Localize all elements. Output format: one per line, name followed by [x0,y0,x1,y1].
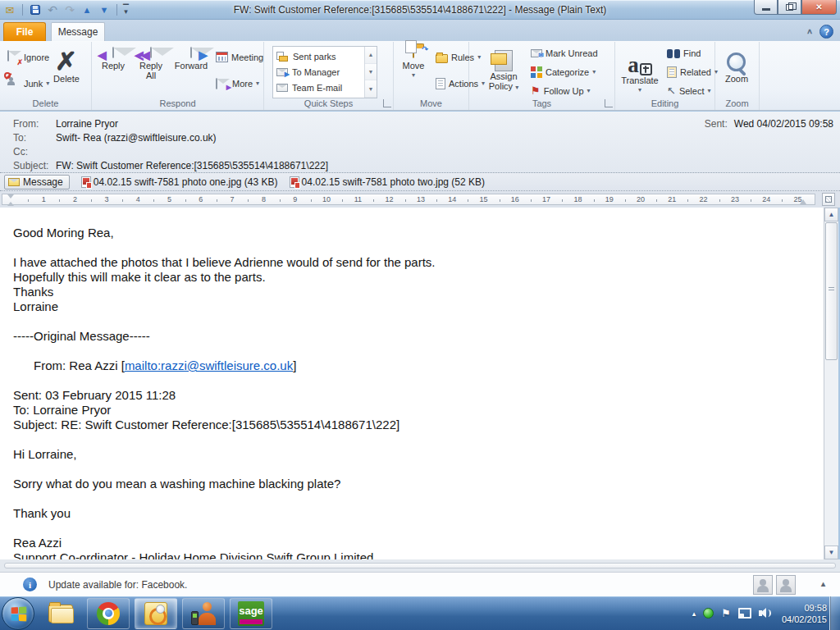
quick-steps-gallery-expand[interactable]: ▼ [365,80,377,98]
body-line: Lorraine [13,299,807,314]
message-body[interactable]: Good Moring Rea, I have attached the pho… [0,208,824,559]
ruler-number: 25 [793,195,801,203]
body-line [13,314,807,329]
attachment-item[interactable]: 04.02.15 swift-7581 photo one.jpg (43 KB… [81,176,278,188]
body-line [13,462,807,477]
quick-step-to-manager[interactable]: ▶ To Manager [276,64,364,80]
redo-button[interactable]: ↷ [63,3,76,16]
ruler-number: 12 [386,195,394,203]
help-button[interactable]: ? [819,25,833,39]
translate-button[interactable]: a Translate ▾ [617,43,663,96]
taskbar-item-explorer[interactable] [39,598,82,629]
reply-button[interactable]: ◀ Reply [95,43,131,96]
body-line: Hi Lorraine, [13,447,807,462]
assign-policy-icon [495,50,513,71]
taskbar-item-outlook[interactable] [135,598,177,629]
assign-policy-button[interactable]: Assign Policy ▾ [484,43,523,96]
scrollbar-thumb[interactable] [825,222,838,360]
quick-steps-dialog-launcher[interactable] [383,99,391,107]
quick-steps-scroll-down[interactable]: ▼ [365,64,377,81]
close-button[interactable]: ✕ [801,0,837,15]
mark-unread-button[interactable]: ✉ Mark Unread [527,44,602,62]
tray-clock[interactable]: 09:58 04/02/2015 [782,602,827,625]
undo-button[interactable]: ↶ [46,3,59,16]
save-button[interactable] [29,3,42,16]
move-button[interactable]: ↷ Move ▾ [395,43,431,96]
update-notice-text[interactable]: Update available for: Facebook. [48,579,187,591]
scroll-down-button[interactable]: ▼ [824,546,838,559]
tags-dialog-launcher[interactable] [605,99,613,107]
body-line [13,521,807,536]
horizontal-ruler[interactable]: 1234567891011121314151617181920212223242… [2,194,815,205]
body-line: Sorry what do you mean a washing machine… [13,477,807,491]
show-desktop-button[interactable] [829,596,840,630]
message-header-pane: From: Lorraine Pryor To: Swift- Rea (raz… [0,112,840,172]
people-pane-expand-button[interactable]: ▴ [821,579,825,588]
delete-button[interactable]: ✗ Delete [46,43,87,96]
minimize-button[interactable] [754,0,778,15]
previous-item-button[interactable]: ▲ [80,3,94,16]
collapse-ribbon-button[interactable]: ∧ [806,27,813,35]
select-button[interactable]: ↖ Select▾ [663,82,722,99]
quick-steps-scroll-up[interactable]: ▲ [365,47,377,64]
ruler-number: 21 [668,195,676,203]
ruler-tick [311,199,312,202]
forward-button[interactable]: ▶ Forward [171,43,212,96]
volume-icon[interactable] [759,608,771,619]
group-label-editing: Editing [615,98,714,108]
zoom-button[interactable]: Zoom [716,43,757,96]
subject-row: Subject: FW: Swift Customer Reference:[3… [0,158,840,172]
attachment-bar: Message 04.02.15 swift-7581 photo one.jp… [0,172,840,191]
info-icon: i [23,578,37,591]
taskbar-item-chrome[interactable] [87,598,130,629]
taskbar-item-sage[interactable]: sage [230,598,272,629]
follow-up-button[interactable]: ⚑ Follow Up▾ [527,82,602,99]
ruler-number: 6 [199,195,203,203]
taskbar-item-contacts[interactable] [182,598,225,629]
ruler-toggle-button[interactable] [822,193,835,206]
avatar[interactable] [753,575,773,595]
related-button[interactable]: Related▾ [663,63,722,80]
mailto-link[interactable]: mailto:razzi@swiftleisure.co.uk [125,358,293,372]
scrollbar-track[interactable] [824,361,838,546]
scroll-up-button[interactable]: ▲ [824,208,838,221]
ribbon-group-respond: ◀ Reply ◀◀ Reply All ▶ Forward Meeting ▶… [92,42,264,110]
ribbon-group-zoom: Zoom Zoom [715,42,760,110]
categorize-button[interactable]: Categorize▾ [527,63,602,80]
sent-parks-icon [276,52,289,62]
subject-label: Subject: [0,160,56,171]
more-button[interactable]: ▶ More▾ [212,75,267,92]
junk-icon [7,77,21,90]
avatar[interactable] [776,575,796,595]
window-controls: ✕ [754,0,837,15]
start-button[interactable] [2,597,34,630]
tab-file[interactable]: File [3,22,46,41]
tab-message[interactable]: Message [51,22,105,41]
body-line [13,432,807,447]
to-manager-icon: ▶ [276,68,288,76]
sent-label: Sent: [705,118,728,130]
indent-marker-left[interactable] [7,194,14,206]
ruler-tick [656,199,657,202]
ruler-number: 8 [262,195,266,203]
ruler-tick [248,199,249,202]
network-icon[interactable] [738,608,751,619]
message-view-tab[interactable]: Message [4,175,70,189]
meeting-button[interactable]: Meeting [212,48,267,66]
action-center-icon[interactable]: ⚑ [721,607,731,619]
people-pane-splitter[interactable] [0,559,840,572]
find-button[interactable]: Find [663,44,722,62]
customize-qat-button[interactable]: ▔▾ [123,7,129,13]
quick-step-sent-parks[interactable]: Sent parks [276,48,364,64]
quick-step-team-email[interactable]: Team E-mail [276,80,364,96]
next-item-button[interactable]: ▼ [98,3,111,16]
message-app-icon[interactable]: ✉ [3,3,16,16]
tray-status-icon[interactable] [703,608,714,619]
attachment-name: 04.02.15 swift-7581 photo two.jpg (52 KB… [302,176,485,188]
attachment-item[interactable]: 04.02.15 swift-7581 photo two.jpg (52 KB… [290,176,485,188]
reply-all-button[interactable]: ◀◀ Reply All [133,43,169,96]
restore-button[interactable] [778,0,801,15]
group-label-quick-steps: Quick Steps [264,98,393,108]
tray-hidden-icons-button[interactable]: ▴ [692,609,696,618]
ruler-number: 5 [167,195,171,203]
